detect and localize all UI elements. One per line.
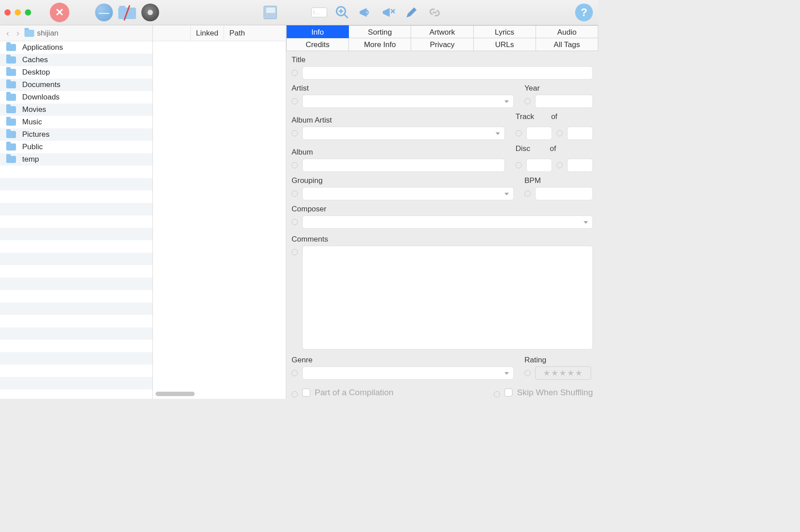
- field-indicator[interactable]: [292, 370, 298, 376]
- tab-privacy[interactable]: Privacy: [411, 38, 473, 51]
- list-item[interactable]: Caches: [0, 54, 152, 66]
- textbox-icon: I...: [311, 8, 327, 17]
- list-item[interactable]: Music: [0, 116, 152, 128]
- folder-icon: [6, 131, 16, 138]
- horizontal-scrollbar[interactable]: [156, 392, 195, 396]
- field-indicator[interactable]: [524, 191, 531, 197]
- folder-label: Music: [22, 118, 42, 127]
- nav-back-button[interactable]: ‹: [4, 28, 11, 38]
- field-indicator[interactable]: [292, 391, 298, 397]
- folder-icon: [24, 30, 34, 37]
- link-button[interactable]: [425, 3, 444, 22]
- of-label: of: [551, 112, 557, 121]
- comments-textarea[interactable]: [302, 246, 593, 349]
- field-indicator[interactable]: [292, 130, 298, 136]
- list-item[interactable]: Pictures: [0, 128, 152, 141]
- help-icon: ?: [575, 4, 593, 21]
- disc-label: Disc: [516, 144, 530, 153]
- grouping-combo[interactable]: [302, 187, 514, 200]
- field-indicator[interactable]: [292, 98, 298, 104]
- remove-folder-button[interactable]: —: [94, 3, 114, 22]
- file-list-body: [153, 41, 286, 399]
- field-indicator[interactable]: [524, 98, 531, 104]
- tab-audio[interactable]: Audio: [536, 25, 598, 38]
- list-item[interactable]: Applications: [0, 41, 152, 54]
- field-indicator[interactable]: [516, 162, 522, 168]
- list-item[interactable]: Documents: [0, 79, 152, 91]
- path-bar: ‹ › shijian: [0, 25, 152, 41]
- disc-number-input[interactable]: [526, 159, 552, 172]
- folder-label: Pictures: [22, 130, 49, 139]
- help-button[interactable]: ?: [574, 3, 594, 22]
- artist-combo[interactable]: [302, 95, 514, 108]
- tab-lyrics[interactable]: Lyrics: [474, 25, 536, 38]
- field-indicator[interactable]: [292, 249, 298, 255]
- delete-button[interactable]: ✕: [50, 3, 69, 22]
- bpm-input[interactable]: [535, 187, 593, 200]
- genre-label: Genre: [292, 356, 514, 365]
- of-label-2: of: [550, 144, 556, 153]
- folder-label: Caches: [22, 56, 48, 64]
- field-indicator[interactable]: [292, 70, 298, 76]
- disc-button[interactable]: [140, 3, 160, 22]
- track-number-input[interactable]: [526, 127, 552, 140]
- list-item[interactable]: Desktop: [0, 66, 152, 79]
- folder-icon: [6, 81, 16, 88]
- current-path[interactable]: shijian: [24, 29, 58, 38]
- file-list-pane: Linked Path: [153, 25, 286, 399]
- skip-shuffle-checkbox[interactable]: [504, 389, 512, 397]
- tabs-primary: Info Sorting Artwork Lyrics Audio: [286, 25, 598, 38]
- field-indicator[interactable]: [516, 130, 522, 136]
- window-minimize-button[interactable]: [15, 9, 21, 16]
- tab-sorting[interactable]: Sorting: [349, 25, 411, 38]
- field-indicator[interactable]: [556, 162, 563, 168]
- composer-combo[interactable]: [302, 215, 593, 229]
- compilation-checkbox[interactable]: [302, 389, 310, 397]
- field-indicator[interactable]: [292, 219, 298, 225]
- tab-more-info[interactable]: More Info: [349, 38, 411, 51]
- track-total-input[interactable]: [567, 127, 593, 140]
- tabs-secondary: Credits More Info Privacy URLs All Tags: [286, 38, 598, 51]
- genre-combo[interactable]: [302, 366, 514, 380]
- column-header-linked[interactable]: Linked: [190, 25, 224, 41]
- column-header-path[interactable]: Path: [224, 25, 286, 41]
- field-indicator[interactable]: [556, 130, 563, 136]
- list-item[interactable]: Movies: [0, 103, 152, 116]
- album-input[interactable]: [302, 159, 505, 172]
- list-item[interactable]: temp: [0, 153, 152, 166]
- save-icon: [264, 6, 277, 19]
- title-input[interactable]: [302, 66, 593, 79]
- text-placeholder-button[interactable]: I...: [309, 3, 329, 22]
- folder-icon: [6, 119, 16, 126]
- field-indicator[interactable]: [292, 191, 298, 197]
- folder-icon: [6, 44, 16, 51]
- edit-button[interactable]: [402, 3, 421, 22]
- skip-shuffle-label: Skip When Shuffling: [517, 388, 593, 397]
- album-artist-combo[interactable]: [302, 127, 505, 140]
- field-indicator[interactable]: [524, 370, 531, 376]
- list-item[interactable]: Downloads: [0, 91, 152, 103]
- tab-all-tags[interactable]: All Tags: [536, 38, 598, 51]
- folder-icon: [6, 106, 16, 113]
- nav-forward-button[interactable]: ›: [15, 28, 21, 38]
- announce-remove-button[interactable]: [379, 3, 398, 22]
- field-indicator[interactable]: [292, 162, 298, 168]
- list-item[interactable]: Public: [0, 141, 152, 153]
- tab-artwork[interactable]: Artwork: [411, 25, 473, 38]
- zoom-in-button[interactable]: [332, 3, 352, 22]
- artist-label: Artist: [292, 84, 514, 93]
- column-gutter[interactable]: [153, 25, 190, 41]
- folder-disabled-button[interactable]: [117, 3, 137, 22]
- composer-label: Composer: [292, 205, 593, 214]
- field-indicator[interactable]: [494, 391, 500, 397]
- window-zoom-button[interactable]: [25, 9, 31, 16]
- save-button[interactable]: [260, 3, 280, 22]
- rating-stars[interactable]: ★★★★★: [535, 366, 591, 380]
- announce-button[interactable]: [356, 3, 375, 22]
- disc-total-input[interactable]: [567, 159, 593, 172]
- tab-info[interactable]: Info: [286, 25, 349, 38]
- tab-urls[interactable]: URLs: [474, 38, 536, 51]
- year-input[interactable]: [535, 95, 593, 108]
- tab-credits[interactable]: Credits: [286, 38, 349, 51]
- window-close-button[interactable]: [4, 9, 11, 16]
